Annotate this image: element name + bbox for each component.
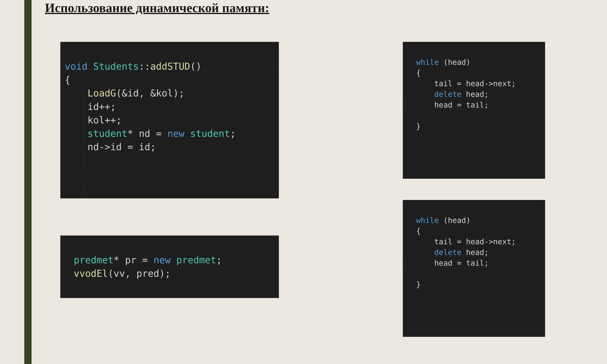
indent-guide: [431, 222, 431, 323]
code-line: head = tail;: [416, 259, 489, 267]
code-line: {: [416, 227, 421, 235]
code-line: {: [65, 74, 70, 85]
accent-bar: [24, 0, 32, 364]
row-separator: [60, 70, 279, 70]
code-line: }: [416, 280, 421, 289]
code-block-while-2: while (head) { tail = head->next; delete…: [403, 200, 545, 337]
row-separator: [403, 257, 545, 257]
code-block-while-1: while (head) { tail = head->next; delete…: [403, 42, 545, 179]
code-line: head = tail;: [416, 101, 489, 109]
code-line: student* nd = new student;: [65, 128, 236, 139]
slide-page: Использование динамической памяти: void …: [0, 0, 607, 364]
code-line: while (head): [416, 58, 471, 67]
heading: Использование динамической памяти:: [45, 0, 269, 15]
code-line: delete head;: [416, 90, 489, 99]
code-block-predmet: predmet* pr = new predmet; vvodEl(vv, pr…: [60, 235, 279, 298]
row-separator: [403, 109, 545, 110]
code-line: while (head): [416, 216, 471, 225]
code-line: delete head;: [416, 248, 489, 257]
indent-guide: [84, 69, 84, 194]
code-line: }: [416, 122, 421, 131]
code-line: {: [416, 68, 421, 77]
row-separator: [403, 267, 545, 268]
code-block-addstud: void Students::addSTUD() { LoadG(&id, &k…: [60, 42, 279, 198]
code-line: id++;: [65, 101, 116, 112]
code-line: tail = head->next;: [416, 79, 516, 88]
code-line: nd->id = id;: [65, 142, 156, 152]
code-line: kol++;: [65, 115, 122, 126]
code-line: LoadG(&id, &kol);: [65, 88, 185, 99]
code-line: tail = head->next;: [416, 237, 516, 246]
code-line: vvodEl(vv, pred);: [74, 268, 171, 279]
code-line: predmet* pr = new predmet;: [74, 255, 222, 265]
row-separator: [403, 98, 545, 99]
indent-guide: [431, 64, 431, 165]
code-line: void Students::addSTUD(): [65, 61, 201, 72]
